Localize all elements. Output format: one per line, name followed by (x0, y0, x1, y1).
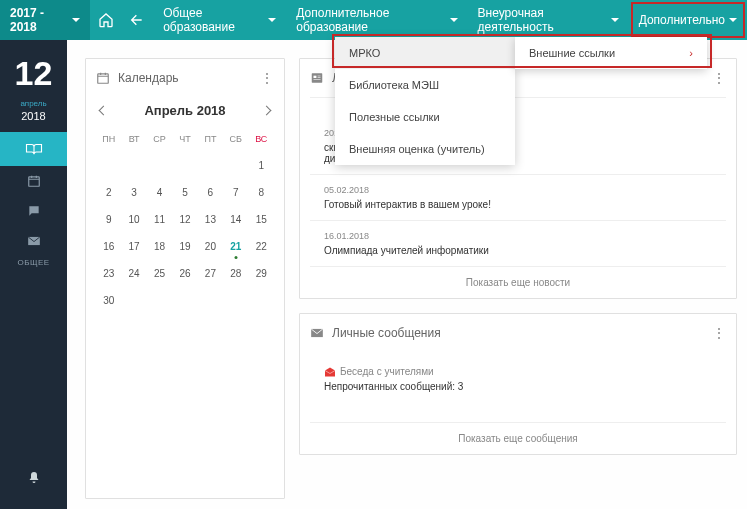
calendar-day[interactable]: 19 (172, 233, 197, 260)
calendar-day (172, 287, 197, 314)
dropdown-item-external-eval[interactable]: Внешняя оценка (учитель) (335, 133, 515, 165)
more-icon[interactable]: ⋮ (260, 70, 274, 86)
weekday: ПТ (198, 126, 223, 152)
feed-item[interactable]: 16.01.2018 Олимпиада учителей информатик… (310, 220, 726, 266)
calendar-day[interactable]: 14 (223, 206, 248, 233)
calendar-icon (96, 71, 110, 85)
calendar-day[interactable]: 7 (223, 179, 248, 206)
show-more-messages[interactable]: Показать еще сообщения (310, 422, 726, 454)
nav-item-general-education[interactable]: Общее образование (153, 0, 286, 40)
calendar-day[interactable]: 21 (223, 233, 248, 260)
chevron-down-icon (450, 18, 458, 22)
calendar-day[interactable]: 6 (198, 179, 223, 206)
nav-label: Общее образование (163, 6, 264, 34)
sidebar-item-notifications[interactable] (0, 463, 67, 493)
nav-item-extracurricular[interactable]: Внеурочная деятельность (468, 0, 629, 40)
more-icon[interactable]: ⋮ (712, 70, 726, 86)
calendar-day[interactable]: 26 (172, 260, 197, 287)
feed-date: 16.01.2018 (324, 231, 712, 241)
svg-rect-0 (28, 177, 39, 186)
dropdown-menu: МРКО Библиотека МЭШ Полезные ссылки Внеш… (335, 37, 515, 165)
calendar-title: Календарь (118, 71, 179, 85)
chevron-down-icon (268, 18, 276, 22)
year-selector[interactable]: 2017 - 2018 (0, 0, 90, 40)
topbar: 2017 - 2018 Общее образование Дополнител… (0, 0, 747, 40)
calendar-day[interactable]: 25 (147, 260, 172, 287)
calendar-day[interactable]: 1 (249, 152, 274, 179)
calendar-row: 23242526272829 (96, 260, 274, 287)
content: МРКО Библиотека МЭШ Полезные ссылки Внеш… (67, 40, 747, 509)
weekday: ВС (249, 126, 274, 152)
calendar-day (249, 287, 274, 314)
calendar-day[interactable]: 11 (147, 206, 172, 233)
calendar-day[interactable]: 9 (96, 206, 121, 233)
unread-count: Непрочитанных сообщений: 3 (324, 381, 712, 392)
nav-label: Дополнительное образование (296, 6, 445, 34)
calendar-day[interactable]: 13 (198, 206, 223, 233)
chevron-down-icon (611, 18, 619, 22)
calendar-row: 16171819202122 (96, 233, 274, 260)
feed-item[interactable]: 05.02.2018 Готовый интерактив в вашем ур… (310, 174, 726, 220)
next-month-button[interactable] (262, 106, 272, 116)
calendar-day (223, 152, 248, 179)
home-button[interactable] (90, 0, 121, 40)
messages-body[interactable]: Беседа с учителями Непрочитанных сообщен… (310, 344, 726, 422)
feed-text: Олимпиада учителей информатики (324, 245, 712, 256)
calendar-day[interactable]: 12 (172, 206, 197, 233)
show-more-news[interactable]: Показать еще новости (310, 266, 726, 298)
messages-card: Личные сообщения ⋮ Беседа с учителями Не… (299, 313, 737, 455)
dropdown-item-links[interactable]: Полезные ссылки (335, 101, 515, 133)
prev-month-button[interactable] (99, 106, 109, 116)
calendar-row: 9101112131415 (96, 206, 274, 233)
sidebar-item-mail[interactable] (0, 226, 67, 256)
more-icon[interactable]: ⋮ (712, 325, 726, 341)
calendar-icon (27, 174, 41, 188)
dropdown-item-library[interactable]: Библиотека МЭШ (335, 69, 515, 101)
calendar-day[interactable]: 30 (96, 287, 121, 314)
svg-rect-2 (312, 73, 323, 82)
weekday: ЧТ (172, 126, 197, 152)
svg-rect-1 (98, 74, 109, 83)
chevron-down-icon (729, 18, 737, 22)
calendar-row: 1 (96, 152, 274, 179)
calendar-day[interactable]: 20 (198, 233, 223, 260)
calendar-day[interactable]: 3 (121, 179, 146, 206)
calendar-day[interactable]: 29 (249, 260, 274, 287)
messages-title: Личные сообщения (332, 326, 441, 340)
calendar-day[interactable]: 4 (147, 179, 172, 206)
calendar-day (121, 152, 146, 179)
calendar-day[interactable]: 2 (96, 179, 121, 206)
calendar-day[interactable]: 22 (249, 233, 274, 260)
main: 12 апрель 2018 ОБЩЕЕ МРКО Библиотека МЭШ… (0, 40, 747, 509)
calendar-day[interactable]: 10 (121, 206, 146, 233)
nav-items: Общее образование Дополнительное образов… (153, 0, 747, 40)
calendar-day[interactable]: 15 (249, 206, 274, 233)
svg-rect-4 (318, 76, 321, 77)
calendar-day (223, 287, 248, 314)
sidebar-section-label: ОБЩЕЕ (17, 258, 49, 267)
calendar-day[interactable]: 5 (172, 179, 197, 206)
calendar-day (96, 152, 121, 179)
feed-text: Готовый интерактив в вашем уроке! (324, 199, 712, 210)
calendar-day[interactable]: 16 (96, 233, 121, 260)
nav-item-additional-education[interactable]: Дополнительное образование (286, 0, 467, 40)
dropdown-item-mrko[interactable]: МРКО (335, 37, 515, 69)
calendar-day[interactable]: 18 (147, 233, 172, 260)
calendar-day[interactable]: 17 (121, 233, 146, 260)
calendar-day[interactable]: 28 (223, 260, 248, 287)
calendar-day[interactable]: 8 (249, 179, 274, 206)
back-button[interactable] (122, 0, 153, 40)
calendar-day[interactable]: 27 (198, 260, 223, 287)
calendar-day[interactable]: 23 (96, 260, 121, 287)
sidebar-day: 12 (15, 54, 53, 93)
conversation-line: Беседа с учителями (324, 366, 712, 377)
month-title: Апрель 2018 (144, 103, 225, 118)
sidebar-item-journal[interactable] (0, 132, 67, 166)
sidebar-item-chat[interactable] (0, 196, 67, 226)
chat-icon (27, 204, 41, 218)
calendar-day[interactable]: 24 (121, 260, 146, 287)
sidebar-item-calendar[interactable] (0, 166, 67, 196)
calendar-day (147, 287, 172, 314)
nav-item-more[interactable]: Дополнительно (629, 0, 747, 40)
submenu-item-external-links[interactable]: Внешние ссылки › (515, 37, 707, 69)
